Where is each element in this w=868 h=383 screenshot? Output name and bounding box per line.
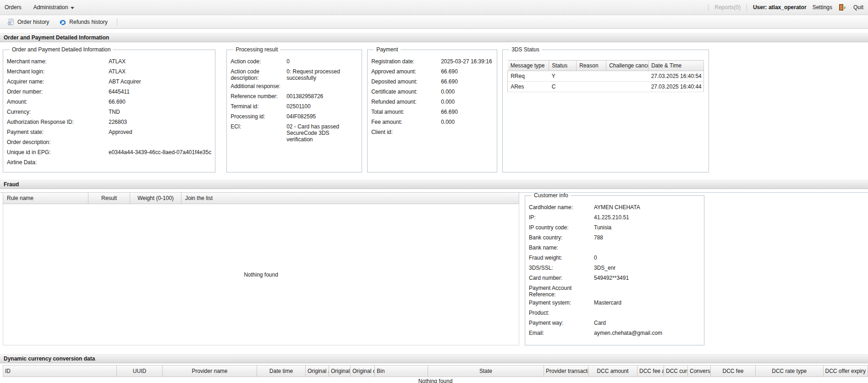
- field-row: Approved amount: 66.690: [371, 67, 493, 77]
- menu-reports[interactable]: Reports(0): [714, 4, 741, 11]
- column-header[interactable]: DCC amount: [588, 366, 637, 377]
- field-value: 0.000: [441, 89, 455, 95]
- refunds-history-button[interactable]: Refunds history: [55, 17, 112, 28]
- menu-administration-label: Administration: [33, 4, 68, 11]
- field-value: 001382958726: [286, 93, 323, 100]
- column-header[interactable]: Original amount: [306, 366, 329, 377]
- field-value: aymen.chehata@gmail.com: [594, 330, 662, 336]
- field-label: Payment way:: [529, 320, 594, 326]
- field-value: 41.225.210.51: [594, 214, 629, 221]
- table-cell: C: [549, 82, 577, 92]
- field-value: Card: [594, 320, 606, 326]
- processing-result-fields: Action code: 0 Action code description: …: [231, 56, 358, 143]
- order-history-button[interactable]: Order history: [3, 17, 54, 28]
- field-value: ABT Acquirer: [109, 78, 141, 85]
- field-label: Deposited amount:: [371, 78, 441, 85]
- field-label: Unique id in EPG:: [7, 149, 109, 155]
- table-cell: 27.03.2025 16:40:44: [648, 82, 704, 92]
- column-header[interactable]: Message type: [508, 61, 549, 71]
- field-value: e0344a44-3439-46cc-8aed-07a401f4e35c: [109, 149, 211, 155]
- column-header[interactable]: Join the list: [181, 193, 216, 204]
- field-label: Bank name:: [529, 244, 594, 251]
- column-header[interactable]: DCC rate type: [756, 366, 824, 377]
- menu-settings[interactable]: Settings: [813, 4, 832, 11]
- table-row[interactable]: ARes C 27.03.2025 16:40:44: [508, 82, 704, 92]
- column-header[interactable]: Challenge cancel: [606, 61, 648, 71]
- detail-panels: Order and Payment Detailed Information M…: [3, 46, 868, 172]
- field-row: Bank name:: [529, 243, 700, 253]
- empty-placeholder: Nothing found: [3, 377, 868, 383]
- field-label: Payment state:: [7, 129, 109, 135]
- field-value: 66.690: [441, 109, 458, 115]
- field-value: 0.000: [441, 99, 455, 105]
- field-value: 0.000: [441, 119, 455, 125]
- field-value: 66.690: [109, 99, 126, 105]
- field-label: Approved amount:: [371, 68, 441, 75]
- order-info-fieldset: Order and Payment Detailed Information M…: [3, 46, 215, 172]
- field-label: Currency:: [7, 109, 109, 115]
- field-label: Cardholder name:: [529, 204, 594, 211]
- fraud-section-title: Fraud: [0, 180, 868, 189]
- menu-orders-label: Orders: [5, 4, 22, 11]
- door-exit-icon[interactable]: [838, 4, 846, 11]
- column-header[interactable]: Original f: [329, 366, 351, 377]
- field-row: Email: aymen.chehata@gmail.com: [529, 328, 700, 338]
- menu-quit[interactable]: Quit: [853, 4, 863, 11]
- field-value: Approved: [109, 129, 132, 135]
- processing-result-fieldset: Processing result Action code: 0 Action …: [226, 46, 362, 172]
- field-label: Payment Account Reference:: [529, 285, 594, 298]
- column-header[interactable]: DCC fee amount: [637, 366, 664, 377]
- field-label: IP:: [529, 214, 594, 221]
- column-header[interactable]: Result: [88, 193, 130, 204]
- column-header[interactable]: Date & Time: [648, 61, 704, 71]
- table-row[interactable]: RReq Y 27.03.2025 16:40:54: [508, 71, 704, 82]
- field-row: Processing id: 04IF082595: [231, 111, 358, 122]
- column-header[interactable]: DCC offer expiry: [824, 366, 868, 377]
- column-header[interactable]: UUID: [117, 366, 163, 377]
- column-header[interactable]: DCC curr: [664, 366, 688, 377]
- column-header[interactable]: Status: [549, 61, 577, 71]
- column-header[interactable]: Original c: [351, 366, 375, 377]
- field-row: Client id:: [371, 127, 493, 137]
- field-row: Cardholder name: AYMEN CHEHATA: [529, 202, 700, 212]
- column-header[interactable]: Date time: [257, 366, 306, 377]
- customer-info-fields: Cardholder name: AYMEN CHEHATA IP: 41.22…: [529, 202, 700, 338]
- field-row: ECI: 02 - Card has passed SecureCode 3DS…: [231, 122, 358, 143]
- column-header[interactable]: Rule name: [3, 193, 88, 204]
- field-label: Fee amount:: [371, 119, 441, 125]
- toolbar-separator: [117, 18, 117, 25]
- column-header[interactable]: Reason: [577, 61, 606, 71]
- column-header[interactable]: Provider transaction id: [544, 366, 588, 377]
- field-row: Fee amount: 0.000: [371, 117, 493, 127]
- column-header[interactable]: DCC fee: [711, 366, 756, 377]
- column-header[interactable]: Conversi: [688, 366, 711, 377]
- column-header[interactable]: Provider name: [163, 366, 257, 377]
- field-value: 0: [594, 255, 597, 261]
- menubar-separator: [747, 4, 747, 11]
- field-value: AYMEN CHEHATA: [594, 204, 640, 211]
- menubar-right: Reports(0) User: atlax_operator Settings…: [708, 4, 863, 11]
- field-label: Acquirer name:: [7, 78, 109, 85]
- field-value: 04IF082595: [286, 113, 316, 120]
- menu-orders[interactable]: Orders: [5, 4, 22, 11]
- page-title: Order and Payment Detailed Information: [0, 33, 868, 42]
- menubar-left: Orders Administration: [5, 4, 74, 11]
- fraud-table: Rule nameResultWeight (0-100)Join the li…: [3, 192, 519, 345]
- column-header[interactable]: Bin: [375, 366, 428, 377]
- field-value: ATLAX: [109, 68, 126, 75]
- field-label: Payment system:: [529, 300, 594, 306]
- fraud-header-row: Rule nameResultWeight (0-100)Join the li…: [3, 192, 519, 204]
- column-header[interactable]: Weight (0-100): [130, 193, 181, 204]
- field-label: Card number:: [529, 275, 594, 281]
- field-label: IP country code:: [529, 224, 594, 231]
- column-header[interactable]: State: [428, 366, 544, 377]
- field-row: Reference number: 001382958726: [231, 91, 358, 101]
- field-label: Registration date:: [371, 58, 441, 65]
- field-label: Product:: [529, 310, 594, 316]
- field-row: Airline Data:: [7, 157, 211, 167]
- field-row: Action code description: 0: Request proc…: [231, 67, 358, 81]
- column-header[interactable]: ID: [3, 366, 117, 377]
- payment-fieldset: Payment Registration date: 2025-03-27 16…: [367, 46, 497, 172]
- menu-administration[interactable]: Administration: [33, 4, 74, 11]
- field-value: 6445411: [109, 89, 130, 95]
